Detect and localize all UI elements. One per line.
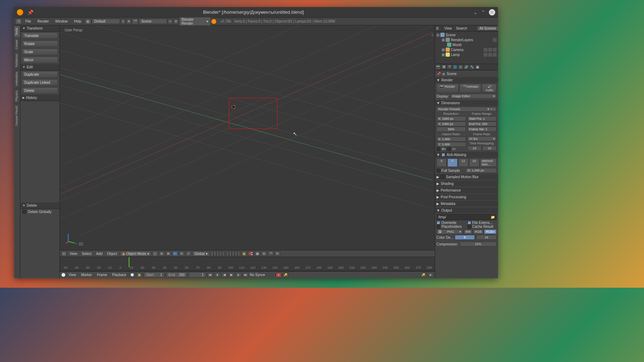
output-header[interactable]: ▼Output	[435, 207, 498, 213]
aa-11-button[interactable]: 11	[458, 158, 468, 167]
tab-constraints[interactable]: 🔗	[464, 64, 469, 69]
keying-dropdown-icon[interactable]: 🔑	[421, 273, 426, 277]
aa-16-button[interactable]: 16	[469, 158, 479, 167]
time-new-field[interactable]: 10	[482, 146, 497, 151]
scale-button[interactable]: Scale	[22, 49, 58, 55]
add-layout-icon[interactable]: +	[121, 19, 126, 24]
add-scene-icon[interactable]: +	[168, 19, 173, 24]
tl-menu-frame[interactable]: Frame	[95, 273, 109, 277]
duplicate-button[interactable]: Duplicate	[22, 71, 58, 78]
jump-start-icon[interactable]: ⏮	[208, 273, 213, 277]
manipulator-rotate-icon[interactable]: ↻	[179, 251, 185, 256]
overwrite-checkbox[interactable]: ✓	[436, 221, 440, 225]
screen-layout-dropdown[interactable]: Default	[92, 19, 120, 24]
snap-icon[interactable]: 🧲	[248, 251, 254, 256]
manipulator-icon[interactable]: ⬌	[166, 251, 171, 256]
editor-type-timeline-icon[interactable]: 🕐	[61, 273, 65, 277]
aa-header[interactable]: ▼✓Anti-Aliasing	[435, 152, 498, 158]
rgba-button[interactable]: RGBA	[484, 229, 497, 234]
editor-type-icon[interactable]: ⓘ	[15, 19, 22, 24]
file-extensions-checkbox[interactable]: ✓	[467, 221, 471, 225]
play-icon[interactable]: ▶	[229, 273, 234, 277]
scene-dropdown[interactable]: Scene	[139, 19, 167, 24]
tab-object[interactable]: ◫	[458, 64, 463, 69]
aa-size-field[interactable]: Si: 1.000 px	[466, 168, 497, 173]
vtab-relations[interactable]: Relations	[14, 51, 20, 69]
start-frame-prop-field[interactable]: Start Fra: 1	[467, 116, 497, 121]
tl-menu-playback[interactable]: Playback	[110, 273, 128, 277]
aa-filter-dropdown[interactable]: Mitchell-Netr...	[480, 158, 497, 167]
metadata-header[interactable]: ▶Metadata	[435, 201, 498, 207]
post-processing-header[interactable]: ▶Post Processing	[435, 194, 498, 200]
operator-delete-header[interactable]: ▼Delete	[20, 202, 59, 209]
gpencil-icon[interactable]: ✎	[275, 251, 280, 256]
lock-range-icon[interactable]: 🔒	[136, 273, 142, 277]
resolution-percentage-field[interactable]: 50%	[436, 127, 466, 132]
vtab-tools[interactable]: Tools	[14, 25, 20, 37]
outliner-display-mode[interactable]: All Scenes	[477, 26, 498, 30]
keyframe-prev-icon[interactable]: ⏴	[215, 273, 220, 277]
aa-8-button[interactable]: 8	[447, 158, 458, 167]
placeholders-checkbox[interactable]	[436, 225, 440, 229]
layers-widget[interactable]	[211, 251, 240, 256]
render-preview-icon[interactable]: 🎬	[268, 251, 274, 256]
remove-scene-icon[interactable]: ✕	[173, 19, 178, 24]
editor-type-3dview-icon[interactable]: ◫	[61, 251, 67, 256]
motion-blur-checkbox[interactable]	[441, 175, 445, 179]
tab-render-layers[interactable]: 🖼	[441, 64, 446, 69]
menu-window[interactable]: Window	[52, 19, 71, 23]
vp-menu-view[interactable]: View	[68, 252, 79, 256]
vp-menu-add[interactable]: Add	[94, 252, 104, 256]
tab-world[interactable]: 🌐	[452, 64, 458, 69]
mirror-button[interactable]: Mirror	[22, 57, 58, 63]
aspect-y-field[interactable]: Y: 1.000	[436, 142, 466, 147]
keyframe-next-icon[interactable]: ⏵	[236, 273, 241, 277]
shading-header[interactable]: ▶Shading	[435, 181, 498, 187]
resolution-y-field[interactable]: Y: 1080 px	[436, 121, 466, 126]
scene-browse-icon[interactable]: 🎬	[132, 19, 138, 24]
pivot-icon[interactable]: ⊕	[159, 251, 165, 256]
border-checkbox[interactable]	[436, 147, 440, 151]
manipulator-translate-icon[interactable]: ↖	[172, 251, 178, 256]
time-old-field[interactable]: 10	[467, 146, 482, 151]
end-frame-field[interactable]: End:250	[166, 272, 187, 277]
performance-header[interactable]: ▶Performance	[435, 187, 498, 193]
translate-button[interactable]: Translate	[22, 32, 58, 39]
render-engine-dropdown[interactable]: Blender Render▾	[179, 17, 211, 26]
timeline[interactable]: -50-40-30-20-100102030405060708090100110…	[60, 257, 435, 271]
rotate-button[interactable]: Rotate	[22, 40, 58, 47]
shading-icon[interactable]: ◯	[152, 251, 158, 256]
snap-element-icon[interactable]: ▦	[255, 251, 260, 256]
menu-help[interactable]: Help	[71, 19, 84, 23]
outliner-view[interactable]: View	[442, 26, 454, 30]
vtab-animation[interactable]: Animation	[14, 69, 20, 88]
close-icon[interactable]: ✕	[489, 9, 495, 15]
resolution-x-field[interactable]: X: 1920 px	[436, 116, 466, 121]
aspect-x-field[interactable]: X: 1.000	[436, 137, 466, 142]
maximize-icon[interactable]: ⌃	[481, 10, 485, 15]
mode-dropdown[interactable]: ◉Object Mode▾	[120, 251, 151, 256]
display-dropdown[interactable]: Image Editor▾	[451, 94, 497, 99]
crop-checkbox[interactable]	[447, 147, 451, 151]
output-path-field[interactable]: /tmp/📁	[436, 214, 497, 220]
keying-set-icon[interactable]: 🔑	[283, 273, 288, 277]
vtab-grease-pencil[interactable]: Grease Pencil	[14, 104, 20, 128]
back-to-previous-icon[interactable]: ⊞	[85, 19, 91, 24]
file-format-dropdown[interactable]: 🖼 PNG ▾	[436, 229, 463, 234]
bw-button[interactable]: BW	[464, 229, 472, 234]
tab-data[interactable]: ▣	[475, 64, 480, 69]
color-depth-8-button[interactable]: 8	[455, 235, 475, 240]
vp-menu-object[interactable]: Object	[105, 252, 119, 256]
aa-enable-checkbox[interactable]: ✓	[441, 153, 445, 157]
autokey-icon[interactable]: ●	[276, 273, 281, 277]
menu-file[interactable]: File	[23, 19, 34, 23]
minimize-icon[interactable]: ⌄	[473, 10, 478, 15]
current-frame-field[interactable]: 1	[189, 272, 206, 277]
compression-field[interactable]: 15%	[460, 242, 497, 246]
start-frame-field[interactable]: Start:1	[144, 272, 165, 277]
history-header[interactable]: ▶History	[20, 95, 59, 101]
tl-menu-marker[interactable]: Marker	[79, 273, 94, 277]
vtab-physics[interactable]: Physics	[14, 88, 20, 104]
dimensions-header[interactable]: ▼Dimensions	[435, 100, 498, 106]
aa-5-button[interactable]: 5	[436, 158, 447, 167]
